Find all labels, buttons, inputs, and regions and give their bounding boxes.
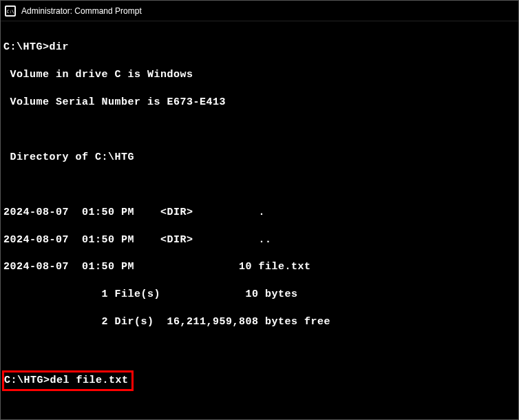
output-line: Volume Serial Number is E673-E413	[3, 96, 516, 109]
output-line: 2024-08-07 01:50 PM <DIR> ..	[3, 233, 516, 247]
output-line: 1 File(s) 10 bytes	[3, 288, 516, 302]
highlight-box: C:\HTG>del file.txt	[2, 370, 134, 391]
svg-text:C:\: C:\	[7, 8, 14, 13]
blank-line	[3, 405, 516, 419]
output-line: 2024-08-07 01:50 PM <DIR> .	[3, 206, 516, 220]
output-line: 2 Dir(s) 16,211,959,808 bytes free	[3, 315, 516, 329]
blank-line	[3, 343, 516, 357]
prompt-line: C:\HTG>dir	[3, 41, 516, 54]
window-title: Administrator: Command Prompt	[21, 6, 142, 16]
title-bar[interactable]: C:\ Administrator: Command Prompt	[1, 1, 518, 21]
terminal-output[interactable]: C:\HTG>dir Volume in drive C is Windows …	[1, 21, 518, 420]
output-line: Volume in drive C is Windows	[3, 68, 516, 82]
blank-line	[3, 123, 516, 137]
output-line: 2024-08-07 01:50 PM 10 file.txt	[3, 260, 516, 274]
output-line: Directory of C:\HTG	[3, 151, 516, 165]
command: dir	[50, 41, 70, 53]
highlighted-command-line: C:\HTG>del file.txt	[3, 370, 516, 391]
cmd-icon: C:\	[5, 6, 16, 17]
command: del file.txt	[50, 375, 129, 386]
prompt: C:\HTG>	[3, 41, 50, 53]
prompt: C:\HTG>	[4, 375, 50, 386]
blank-line	[3, 178, 516, 192]
